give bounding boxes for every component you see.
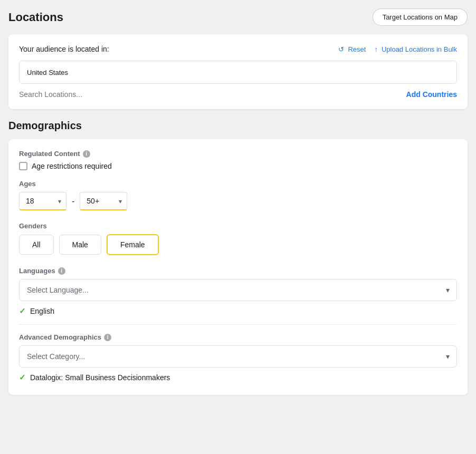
- advanced-demographics-info-icon[interactable]: i: [104, 334, 111, 341]
- languages-label: Languages i: [19, 267, 457, 275]
- age-dash: -: [72, 197, 74, 206]
- location-tag-container: United States: [19, 61, 457, 84]
- gender-male-button[interactable]: Male: [59, 235, 101, 255]
- reset-icon: [338, 45, 346, 53]
- age-min-wrap: 13 18 21 25 35 18 ▾: [19, 192, 66, 210]
- target-map-button[interactable]: Target Locations on Map: [373, 8, 468, 26]
- add-countries-link[interactable]: Add Countries: [406, 90, 457, 99]
- selected-language-value: English: [30, 307, 54, 315]
- locations-card-header: Your audience is located in: Reset Uploa…: [19, 45, 457, 53]
- advanced-demographics-dropdown-wrap: Select Category... Datalogix: Small Busi…: [19, 345, 457, 368]
- upload-link[interactable]: Upload Locations in Bulk: [374, 45, 457, 53]
- page-title: Locations: [8, 11, 63, 24]
- age-restriction-checkbox[interactable]: [19, 162, 27, 170]
- advanced-demographics-checkmark-icon: ✓: [19, 373, 26, 382]
- age-restriction-row: Age restrictions required: [19, 162, 457, 170]
- selected-advanced-demographics-value: Datalogix: Small Business Decisionmakers: [30, 373, 170, 382]
- location-tag: United States: [27, 69, 68, 76]
- upload-label: Upload Locations in Bulk: [382, 45, 457, 53]
- regulated-content-label: Regulated Content i: [19, 150, 457, 158]
- reset-label: Reset: [348, 45, 366, 53]
- reset-link[interactable]: Reset: [338, 45, 366, 53]
- age-max-wrap: 25 35 45 50+ ▾: [80, 192, 127, 210]
- header-actions: Reset Upload Locations in Bulk: [338, 45, 457, 53]
- age-restriction-label: Age restrictions required: [32, 162, 112, 170]
- selected-advanced-demographics-item: ✓ Datalogix: Small Business Decisionmake…: [19, 373, 457, 382]
- language-dropdown-wrap: Select Language... English Spanish Frenc…: [19, 279, 457, 301]
- search-row: Add Countries: [19, 90, 457, 99]
- regulated-content-info-icon[interactable]: i: [83, 150, 90, 158]
- age-max-select[interactable]: 25 35 45 50+: [80, 192, 127, 210]
- gender-all-button[interactable]: All: [19, 235, 54, 255]
- languages-info-icon[interactable]: i: [58, 267, 65, 275]
- upload-icon: [374, 45, 379, 53]
- page-header: Locations Target Locations on Map: [8, 8, 468, 26]
- advanced-demographics-label: Advanced Demographics i: [19, 333, 457, 341]
- language-select[interactable]: Select Language... English Spanish Frenc…: [19, 279, 457, 301]
- search-locations-input[interactable]: [19, 90, 406, 99]
- selected-language-item: ✓ English: [19, 306, 457, 316]
- demographics-title: Demographics: [8, 120, 468, 132]
- locations-card: Your audience is located in: Reset Uploa…: [8, 34, 468, 109]
- ages-label: Ages: [19, 180, 457, 188]
- audience-label: Your audience is located in:: [19, 45, 109, 53]
- advanced-demographics-select[interactable]: Select Category... Datalogix: Small Busi…: [19, 345, 457, 368]
- demographics-card: Regulated Content i Age restrictions req…: [8, 139, 468, 395]
- ages-row: 13 18 21 25 35 18 ▾ - 25 35 45 50+ ▾: [19, 192, 457, 210]
- genders-row: All Male Female: [19, 234, 457, 255]
- genders-label: Genders: [19, 222, 457, 230]
- language-checkmark-icon: ✓: [19, 306, 26, 316]
- divider: [19, 324, 457, 325]
- gender-female-button[interactable]: Female: [107, 234, 159, 255]
- age-min-select[interactable]: 13 18 21 25 35 18: [19, 192, 66, 210]
